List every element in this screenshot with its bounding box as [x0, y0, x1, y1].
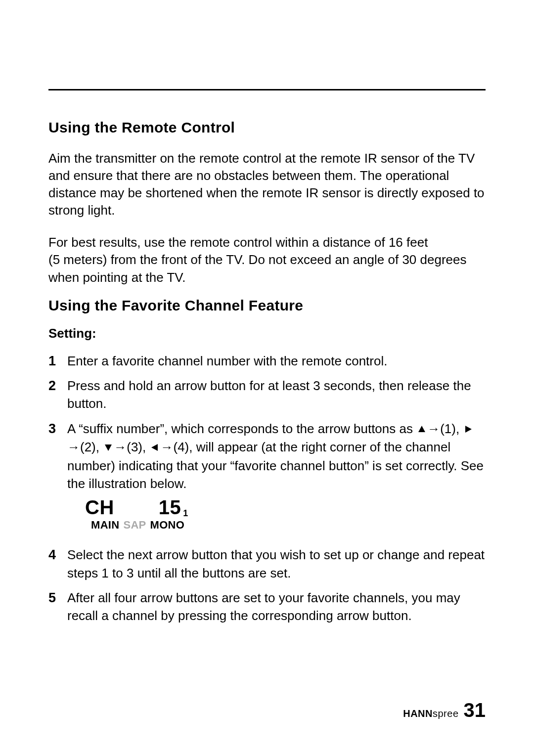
svg-marker-3 [151, 444, 158, 451]
page-content: Using the Remote Control Aim the transmi… [0, 0, 534, 625]
step-2-text: Press and hold an arrow button for at le… [67, 378, 471, 411]
step-3-map3: (3), [127, 440, 149, 454]
step-5-text: After all four arrow buttons are set to … [67, 590, 460, 623]
step-1-text: Enter a favorite channel number with the… [67, 354, 387, 368]
step-3-intro: A “suffix number”, which corresponds to … [67, 421, 416, 436]
brand-bold-part: HANN [403, 708, 433, 719]
triangle-up-icon [417, 420, 426, 438]
page-number: 31 [464, 699, 486, 721]
triangle-right-icon [464, 420, 473, 438]
right-arrow-icon: → [114, 440, 127, 454]
step-2: Press and hold an arrow button for at le… [48, 377, 486, 413]
step-4-text: Select the next arrow button that you wi… [67, 547, 485, 580]
page-footer: HANNspree 31 [403, 699, 486, 721]
remote-para-2: For best results, use the remote control… [48, 234, 486, 286]
setting-steps-list: Enter a favorite channel number with the… [48, 352, 486, 625]
right-arrow-icon: → [67, 440, 80, 454]
illus-ch-label: CH [85, 496, 114, 518]
illus-suffix: 1 [183, 508, 188, 518]
triangle-down-icon [104, 439, 113, 456]
step-1: Enter a favorite channel number with the… [48, 352, 486, 370]
illustration-line-2: MAINSAPMONO [91, 518, 486, 533]
heading-favorite-channel: Using the Favorite Channel Feature [48, 297, 486, 314]
right-arrow-icon: → [160, 440, 173, 454]
step-3-map2: (2), [80, 440, 103, 454]
svg-marker-0 [418, 426, 425, 432]
horizontal-rule [48, 89, 486, 90]
illus-ch-number: 15 [159, 496, 181, 518]
brand-light-part: spree [433, 708, 459, 719]
illus-sap: SAP [123, 519, 146, 531]
illustration-line-1: CH151 [85, 497, 486, 518]
step-3: A “suffix number”, which corresponds to … [48, 420, 486, 533]
illus-main: MAIN [91, 519, 119, 531]
svg-marker-1 [465, 426, 472, 433]
step-5: After all four arrow buttons are set to … [48, 589, 486, 625]
step-3-map4: (4) [173, 440, 189, 454]
triangle-left-icon [150, 439, 159, 456]
brand-logo: HANNspree [403, 708, 458, 719]
svg-marker-2 [105, 445, 112, 451]
right-arrow-icon: → [427, 421, 440, 436]
heading-remote-control: Using the Remote Control [48, 119, 486, 136]
remote-para-1: Aim the transmitter on the remote contro… [48, 150, 486, 219]
step-3-map1: (1), [440, 421, 463, 436]
step-4: Select the next arrow button that you wi… [48, 546, 486, 582]
setting-subheading: Setting: [48, 326, 486, 341]
channel-illustration: CH151 MAINSAPMONO [85, 497, 486, 533]
illus-mono: MONO [150, 519, 185, 531]
